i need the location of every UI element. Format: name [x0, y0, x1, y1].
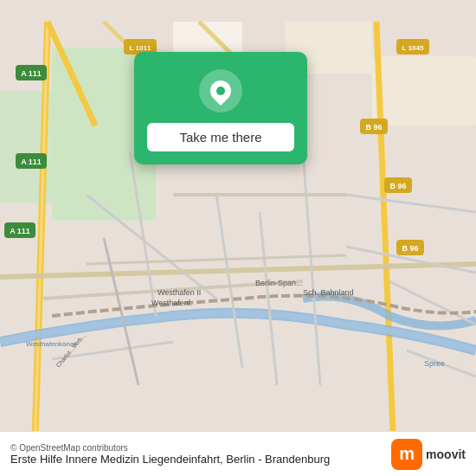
svg-text:L 1045: L 1045 [402, 44, 424, 52]
svg-line-22 [346, 195, 476, 212]
location-name: Erste Hilfe Innere Medizin Liegendeinfah… [10, 453, 391, 466]
moovit-logo-icon: m [391, 439, 422, 470]
osm-attribution: © OpenStreetMap contributors [10, 443, 391, 453]
moovit-brand-name: moovit [426, 447, 466, 461]
svg-rect-4 [372, 56, 476, 125]
svg-text:B 96: B 96 [389, 182, 406, 190]
svg-text:Sch. Bahnland: Sch. Bahnland [303, 288, 354, 297]
svg-text:B 96: B 96 [402, 244, 418, 253]
bottom-info-bar: © OpenStreetMap contributors Erste Hilfe… [0, 431, 476, 476]
svg-line-15 [216, 195, 242, 368]
location-icon-wrapper [199, 69, 242, 113]
svg-text:L 1011: L 1011 [130, 44, 151, 52]
svg-text:Spree: Spree [424, 359, 445, 368]
svg-line-6 [35, 22, 48, 454]
svg-line-11 [0, 264, 476, 277]
svg-line-21 [104, 238, 138, 385]
svg-text:A 111: A 111 [21, 158, 42, 166]
svg-text:Westhafenkanal: Westhafenkanal [26, 340, 75, 348]
svg-line-18 [87, 255, 346, 264]
svg-text:Charlot...Verb...: Charlot...Verb... [55, 332, 87, 369]
svg-text:Westhafen II: Westhafen II [158, 288, 201, 297]
bottom-left-info: © OpenStreetMap contributors Erste Hilfe… [10, 443, 391, 466]
navigation-card: Take me there [134, 52, 307, 164]
svg-text:A 111: A 111 [21, 69, 42, 78]
svg-text:A 111: A 111 [10, 227, 30, 235]
svg-rect-2 [173, 22, 242, 56]
svg-text:Westhafenl.: Westhafenl. [151, 299, 192, 307]
map-container: A 111 A 111 A 111 L 1011 L 1011 B 96 B 9… [0, 0, 476, 476]
take-me-there-button[interactable]: Take me there [147, 123, 294, 151]
svg-text:B 96: B 96 [365, 123, 382, 132]
location-pin-icon [206, 76, 235, 106]
svg-text:Berlin-Span...: Berlin-Span... [255, 279, 303, 287]
moovit-logo: m moovit [391, 439, 466, 470]
